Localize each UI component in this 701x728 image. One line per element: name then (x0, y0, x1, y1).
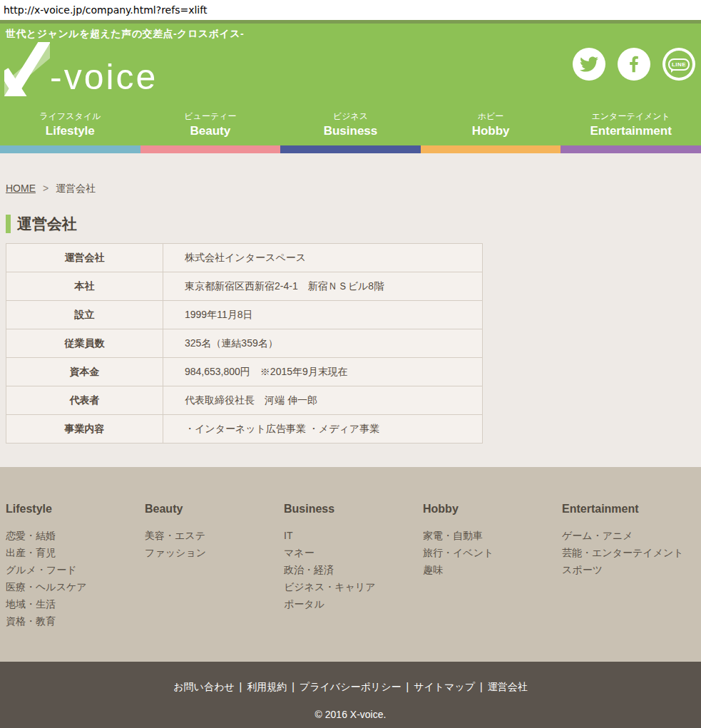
bottom-link-privacy[interactable]: プライバシーポリシー (300, 681, 401, 692)
row-label: 運営会社 (6, 244, 163, 272)
bottom-link-terms[interactable]: 利用規約 (247, 681, 287, 692)
nav-category-color-bars (0, 145, 701, 153)
bottom-link-separator: | (406, 681, 409, 692)
browser-url-text[interactable]: http://x-voice.jp/company.html?refs=xlif… (4, 4, 207, 16)
nav-item-lifestyle[interactable]: ライフスタイル Lifestyle (0, 111, 140, 138)
row-value: 東京都新宿区西新宿2-4-1 新宿ＮＳビル8階 (163, 272, 483, 301)
bottom-links: お問い合わせ|利用規約|プライバシーポリシー|サイトマップ|運営会社 (0, 662, 701, 694)
sitemap-link[interactable]: 資格・教育 (6, 612, 145, 630)
site-logo[interactable]: -voice (4, 42, 158, 96)
table-row: 本社 東京都新宿区西新宿2-4-1 新宿ＮＳビル8階 (6, 272, 483, 301)
breadcrumb: HOME > 運営会社 (6, 153, 695, 195)
facebook-button[interactable] (618, 48, 650, 81)
sitemap-column-hobby: Hobby 家電・自動車 旅行・イベント 趣味 (423, 503, 562, 662)
row-value: 984,653,800円 ※2015年9月末現在 (163, 358, 483, 386)
logo-row: -voice LINE (0, 41, 701, 106)
sitemap-link[interactable]: 趣味 (423, 561, 562, 578)
nav-label-en: Hobby (421, 124, 561, 138)
breadcrumb-current: 運営会社 (56, 183, 96, 194)
sitemap-link[interactable]: ゲーム・アニメ (562, 527, 701, 544)
nav-item-beauty[interactable]: ビューティー Beauty (140, 111, 281, 138)
nav-item-hobby[interactable]: ホビー Hobby (421, 111, 561, 138)
bottom-link-company[interactable]: 運営会社 (488, 681, 528, 692)
table-row: 運営会社 株式会社インタースペース (6, 244, 483, 272)
row-label: 従業員数 (6, 329, 163, 358)
breadcrumb-separator: > (43, 183, 48, 194)
nav-label-en: Entertainment (561, 124, 701, 138)
sitemap-link[interactable]: 出産・育児 (6, 544, 145, 561)
row-label: 資本金 (6, 358, 163, 386)
table-row: 代表者 代表取締役社長 河端 伸一郎 (6, 386, 483, 415)
sitemap-link[interactable]: ファッション (145, 544, 284, 561)
site-tagline: 世代とジャンルを超えた声の交差点-クロスボイス- (0, 24, 701, 41)
nav-label-jp: ビューティー (140, 111, 281, 123)
sitemap-link[interactable]: 美容・エステ (145, 527, 284, 544)
sitemap-column-entertainment: Entertainment ゲーム・アニメ 芸能・エンターテイメント スポーツ (562, 503, 701, 662)
nav-bar-lifestyle (0, 145, 140, 153)
copyright: © 2016 X-voice. (0, 709, 701, 720)
sitemap-column-title: Beauty (145, 503, 284, 516)
sitemap-link[interactable]: 地域・生活 (6, 595, 145, 612)
nav-label-jp: ライフスタイル (0, 111, 140, 123)
row-label: 代表者 (6, 386, 163, 415)
line-icon: LINE (665, 51, 692, 78)
sitemap-link[interactable]: IT (284, 527, 423, 544)
bottom-link-contact[interactable]: お問い合わせ (173, 681, 234, 692)
nav-label-en: Business (280, 124, 421, 138)
row-value: 代表取締役社長 河端 伸一郎 (163, 386, 483, 415)
nav-item-entertainment[interactable]: エンターテイメント Entertainment (561, 111, 701, 138)
sitemap-link[interactable]: 恋愛・結婚 (6, 527, 145, 544)
row-label: 本社 (6, 272, 163, 301)
bottom-link-sitemap[interactable]: サイトマップ (414, 681, 475, 692)
nav-bar-business (280, 145, 421, 153)
sitemap-link[interactable]: 旅行・イベント (423, 544, 562, 561)
logo-text: -voice (50, 61, 158, 96)
sitemap-link[interactable]: マネー (284, 544, 423, 561)
sitemap-column-title: Lifestyle (6, 503, 145, 516)
twitter-button[interactable] (573, 48, 605, 81)
bottom-bar: お問い合わせ|利用規約|プライバシーポリシー|サイトマップ|運営会社 © 201… (0, 662, 701, 728)
row-value: 1999年11月8日 (163, 301, 483, 329)
sitemap-column-beauty: Beauty 美容・エステ ファッション (145, 503, 284, 662)
table-row: 資本金 984,653,800円 ※2015年9月末現在 (6, 358, 483, 386)
nav-bar-hobby (421, 145, 561, 153)
row-label: 事業内容 (6, 415, 163, 444)
sitemap-link[interactable]: 家電・自動車 (423, 527, 562, 544)
page-title: 運営会社 (6, 214, 695, 234)
main-content: HOME > 運営会社 運営会社 運営会社 株式会社インタースペース 本社 東京… (0, 153, 701, 467)
company-info-table: 運営会社 株式会社インタースペース 本社 東京都新宿区西新宿2-4-1 新宿ＮＳ… (6, 243, 483, 444)
sitemap-link[interactable]: ポータル (284, 595, 423, 612)
site-header: 世代とジャンルを超えた声の交差点-クロスボイス- -voice LINE (0, 24, 701, 145)
bottom-link-separator: | (292, 681, 295, 692)
nav-label-en: Lifestyle (0, 124, 140, 138)
bottom-link-separator: | (480, 681, 483, 692)
logo-x-mark-icon (4, 42, 50, 96)
sitemap-link[interactable]: スポーツ (562, 561, 701, 578)
sitemap-column-lifestyle: Lifestyle 恋愛・結婚 出産・育児 グルメ・フード 医療・ヘルスケア 地… (6, 503, 145, 662)
table-row: 設立 1999年11月8日 (6, 301, 483, 329)
table-row: 従業員数 325名（連結359名） (6, 329, 483, 358)
sitemap-footer: Lifestyle 恋愛・結婚 出産・育児 グルメ・フード 医療・ヘルスケア 地… (0, 467, 701, 662)
sitemap-column-title: Hobby (423, 503, 562, 516)
title-marker (6, 215, 11, 233)
twitter-icon (580, 55, 598, 73)
row-label: 設立 (6, 301, 163, 329)
row-value: 株式会社インタースペース (163, 244, 483, 272)
row-value: ・インターネット広告事業 ・メディア事業 (163, 415, 483, 444)
sitemap-link[interactable]: 政治・経済 (284, 561, 423, 578)
sitemap-column-business: Business IT マネー 政治・経済 ビジネス・キャリア ポータル (284, 503, 423, 662)
nav-label-jp: ホビー (421, 111, 561, 123)
page-title-text: 運営会社 (17, 214, 77, 234)
nav-bar-beauty (140, 145, 281, 153)
nav-item-business[interactable]: ビジネス Business (280, 111, 421, 138)
sitemap-link[interactable]: ビジネス・キャリア (284, 578, 423, 595)
sitemap-link[interactable]: 医療・ヘルスケア (6, 578, 145, 595)
breadcrumb-home-link[interactable]: HOME (6, 183, 36, 194)
browser-url-bar[interactable]: http://x-voice.jp/company.html?refs=xlif… (0, 0, 701, 20)
facebook-icon (623, 53, 645, 75)
sitemap-link[interactable]: 芸能・エンターテイメント (562, 544, 701, 561)
sitemap-column-title: Business (284, 503, 423, 516)
line-button[interactable]: LINE (662, 48, 695, 81)
sitemap-link[interactable]: グルメ・フード (6, 561, 145, 578)
main-nav: ライフスタイル Lifestyle ビューティー Beauty ビジネス Bus… (0, 106, 701, 145)
